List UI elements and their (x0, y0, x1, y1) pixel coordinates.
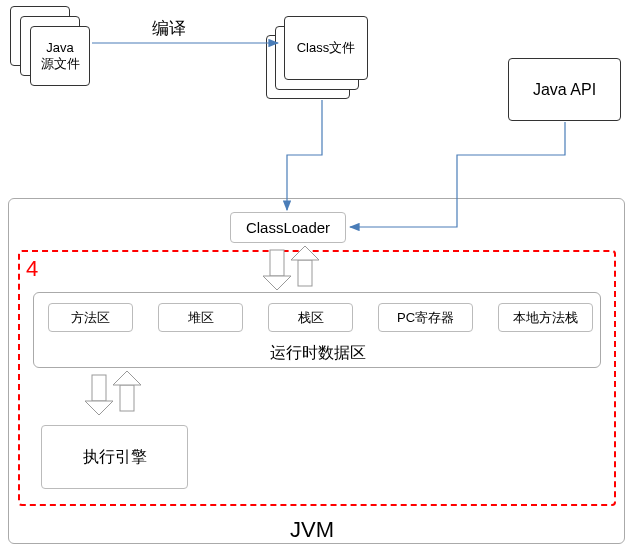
java-source-line2: 源文件 (41, 56, 80, 72)
java-source-box: Java 源文件 (30, 26, 90, 86)
mem-heap: 堆区 (158, 303, 243, 332)
arrow-classfile-to-loader (287, 100, 322, 210)
mem-method-label: 方法区 (71, 309, 110, 327)
jvm-label: JVM (290, 517, 334, 543)
mem-native: 本地方法栈 (498, 303, 593, 332)
classloader-box: ClassLoader (230, 212, 346, 243)
mem-pc-label: PC寄存器 (397, 309, 454, 327)
classfile-label: Class文件 (297, 39, 356, 57)
classloader-label: ClassLoader (246, 219, 330, 236)
exec-engine-label: 执行引擎 (83, 447, 147, 468)
callout-number: 4 (26, 256, 38, 282)
mem-method: 方法区 (48, 303, 133, 332)
mem-stack-label: 栈区 (298, 309, 324, 327)
compile-label: 编译 (152, 17, 186, 40)
exec-engine-box: 执行引擎 (41, 425, 188, 489)
mem-pc: PC寄存器 (378, 303, 473, 332)
java-api-label: Java API (533, 81, 596, 99)
java-source-line1: Java (46, 40, 73, 56)
classfile-box: Class文件 (284, 16, 368, 80)
mem-stack: 栈区 (268, 303, 353, 332)
mem-heap-label: 堆区 (188, 309, 214, 327)
runtime-area-label: 运行时数据区 (270, 343, 366, 364)
java-api-box: Java API (508, 58, 621, 121)
mem-native-label: 本地方法栈 (513, 309, 578, 327)
